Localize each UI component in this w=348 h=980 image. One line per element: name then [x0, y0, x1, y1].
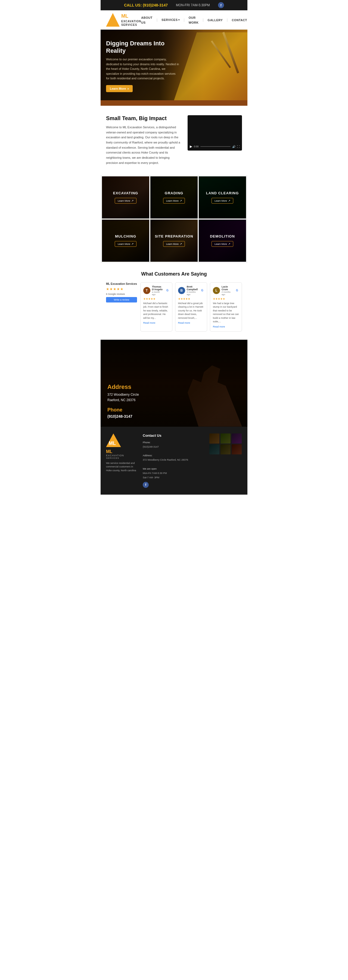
- play-icon[interactable]: ▶: [190, 145, 192, 148]
- service-title-land-clearing: LAND CLEARING: [206, 191, 239, 195]
- footer-contact-heading: Contact Us: [143, 433, 205, 438]
- hero-section: Digging Dreams Into Reality Welcome to o…: [101, 30, 247, 100]
- demolition-learn-more-button[interactable]: Learn More ↗: [212, 241, 233, 247]
- read-more-link[interactable]: Read more: [143, 321, 155, 324]
- service-title-grading: GRADING: [165, 191, 183, 195]
- write-review-button[interactable]: Write a review: [106, 297, 137, 302]
- video-player[interactable]: ▶ 0:00 🔊 ⛶: [188, 115, 242, 151]
- nav-gallery[interactable]: GALLERY: [208, 18, 223, 22]
- about-heading: Small Team, Big Impact: [106, 115, 182, 121]
- service-card-demolition[interactable]: DEMOLITION Learn More ↗: [199, 220, 246, 262]
- service-title-excavating: EXCAVATING: [113, 191, 138, 195]
- reviewer-info: Thomas D'Angelo a month ago: [152, 285, 164, 296]
- footer-logo: ML ML EXCAVATION SERVICES We service res…: [106, 433, 139, 473]
- reviewer-info: Lacie Crum 2 months ago: [222, 285, 233, 296]
- service-card-land-clearing[interactable]: LAND CLEARING Learn More ↗: [199, 177, 246, 218]
- service-card-content: DEMOLITION Learn More ↗: [210, 234, 235, 247]
- video-progress-bar[interactable]: [200, 146, 231, 147]
- review-cards: T Thomas D'Angelo a month ago G ★★★★★ Mi…: [140, 282, 242, 332]
- service-card-mulching[interactable]: MULCHING Learn More ↗: [102, 220, 149, 262]
- fullscreen-icon[interactable]: ⛶: [237, 145, 240, 148]
- footer-company: EXCAVATION: [106, 454, 139, 457]
- reviewer-date: 2 months ago: [187, 291, 199, 296]
- services-section: EXCAVATING Learn More ↗ GRADING Learn Mo…: [101, 175, 247, 263]
- grading-learn-more-button[interactable]: Learn More ↗: [163, 198, 185, 204]
- phone-label: Phone: [107, 407, 139, 413]
- review-card-1: T Thomas D'Angelo a month ago G ★★★★★ Mi…: [140, 282, 172, 332]
- footer-facebook-icon[interactable]: f: [143, 482, 149, 488]
- brand-name: ML: [121, 13, 141, 19]
- nav-our-work[interactable]: OUR WORK: [189, 15, 199, 25]
- facebook-icon[interactable]: f: [218, 2, 224, 8]
- reviewer-avatar: T: [143, 287, 150, 294]
- service-card-content: SITE PREPARATION Learn More ↗: [155, 234, 193, 247]
- reviewer-header: B Brett Campbell 2 months ago G: [178, 285, 204, 296]
- read-more-link[interactable]: Read more: [213, 325, 225, 328]
- footer-hours-label: We are open: [143, 468, 156, 470]
- footer-services-label: SERVICES: [106, 457, 139, 459]
- service-card-site-preparation[interactable]: SITE PREPARATION Learn More ↗: [150, 220, 198, 262]
- nav-services[interactable]: SERVICES ▾: [161, 18, 179, 21]
- business-hours: MON-FRI 7AM-5:30PM: [176, 3, 210, 7]
- excavating-learn-more-button[interactable]: Learn More ↗: [115, 198, 136, 204]
- arrow-icon: »: [127, 87, 129, 90]
- review-stars: ★★★★★: [178, 298, 204, 300]
- read-more-link[interactable]: Read more: [178, 321, 190, 324]
- services-grid: EXCAVATING Learn More ↗ GRADING Learn Mo…: [102, 177, 246, 262]
- footer-logo-icon: ML: [106, 433, 121, 447]
- nav-about[interactable]: ABOUT US: [141, 15, 153, 25]
- review-card-3: L Lacie Crum 2 months ago G ★★★★★ We had…: [210, 282, 242, 332]
- logo-text: ML EXCAVATION SERVICES: [121, 13, 141, 26]
- mulching-learn-more-button[interactable]: Learn More ↗: [115, 241, 136, 247]
- reviewer-avatar: B: [178, 287, 185, 294]
- arrow-icon: ↗: [131, 242, 134, 245]
- reviews-summary: ML Excavation Services ★★★★★ 6 Google re…: [106, 282, 137, 302]
- business-name: ML Excavation Services: [106, 282, 137, 285]
- volume-icon[interactable]: 🔊: [232, 145, 235, 148]
- contact-content: Address 372 Woodberry Circle Raeford, NC…: [107, 383, 139, 418]
- nav-contact[interactable]: CONTACT: [231, 18, 247, 22]
- hero-learn-more-button[interactable]: Learn More »: [106, 85, 132, 92]
- reviewer-avatar: L: [213, 287, 220, 294]
- google-icon: G: [166, 289, 169, 293]
- hero-description: Welcome to our premier excavation compan…: [106, 57, 179, 81]
- service-card-content: EXCAVATING Learn More ↗: [113, 191, 138, 204]
- address-line1: 372 Woodberry Circle: [107, 392, 139, 397]
- hero-content: Digging Dreams Into Reality Welcome to o…: [106, 40, 179, 92]
- contact-section: Address 372 Woodberry Circle Raeford, NC…: [101, 340, 247, 427]
- reviewer-header: T Thomas D'Angelo a month ago G: [143, 285, 169, 296]
- video-controls: ▶ 0:00 🔊 ⛶: [190, 145, 240, 148]
- site-preparation-learn-more-button[interactable]: Learn More ↗: [163, 241, 185, 247]
- footer-gallery: [209, 433, 242, 454]
- decorative-stripe: [101, 100, 247, 106]
- phone-number[interactable]: CALL US: (910)248-3147: [124, 3, 168, 7]
- reviewer-header: L Lacie Crum 2 months ago G: [213, 285, 239, 296]
- footer-tagline: We service residential and commercial cu…: [106, 461, 139, 473]
- footer-phone-label: Phone:: [143, 441, 151, 444]
- top-bar: CALL US: (910)248-3147 MON-FRI 7AM-5:30P…: [101, 0, 247, 10]
- reviewer-date: 2 months ago: [222, 291, 233, 296]
- company-services: SERVICES: [121, 23, 141, 27]
- service-card-grading[interactable]: GRADING Learn More ↗: [150, 177, 198, 218]
- land-clearing-learn-more-button[interactable]: Learn More ↗: [212, 198, 233, 204]
- about-text: Small Team, Big Impact Welcome to ML Exc…: [106, 115, 182, 165]
- footer-contact-details: Phone: (910)248-3147 Address: 372 Woodbe…: [143, 440, 205, 480]
- gallery-thumb-6: [231, 444, 242, 454]
- logo[interactable]: ML EXCAVATION SERVICES: [106, 13, 141, 27]
- reviewer-name: Brett Campbell: [187, 285, 199, 291]
- contact-phone[interactable]: (910)248-3147: [107, 414, 139, 418]
- phone-value: (910)248-3147: [143, 3, 168, 7]
- video-timestamp: 0:00: [194, 145, 199, 148]
- gallery-thumb-2: [220, 433, 231, 444]
- service-card-excavating[interactable]: EXCAVATING Learn More ↗: [102, 177, 149, 218]
- footer-address: 372 Woodberry Circle Raeford, NC 28376: [143, 458, 188, 461]
- footer-brand: ML: [106, 449, 139, 454]
- company-name: EXCAVATION: [121, 19, 141, 23]
- arrow-icon: ↗: [228, 242, 230, 245]
- address-label: Address: [107, 383, 139, 391]
- navigation: ML EXCAVATION SERVICES ABOUT US | SERVIC…: [101, 10, 247, 30]
- reviewer-name: Thomas D'Angelo: [152, 285, 164, 291]
- reviewer-info: Brett Campbell 2 months ago: [187, 285, 199, 296]
- footer-social: f: [143, 482, 205, 488]
- review-stars: ★★★★★: [213, 298, 239, 300]
